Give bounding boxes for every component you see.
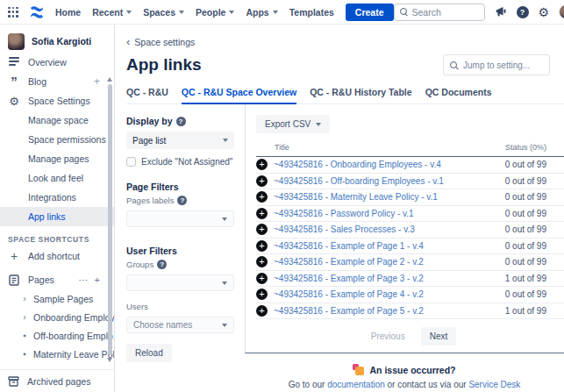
sidebar-item-manage-pages[interactable]: Manage pages bbox=[0, 149, 114, 168]
sidebar-item-pages[interactable]: Pages ⋯ + bbox=[0, 270, 114, 289]
settings-gear-icon[interactable]: ⚙ bbox=[539, 6, 550, 18]
jump-to-setting-input[interactable] bbox=[463, 61, 538, 70]
expand-row-icon[interactable]: + bbox=[256, 224, 268, 235]
space-owner-name: Sofia Kargioti bbox=[32, 36, 91, 46]
expand-row-icon[interactable]: + bbox=[256, 159, 268, 170]
help-icon[interactable]: ? bbox=[157, 260, 167, 269]
sidebar-item-overview[interactable]: Overview bbox=[0, 53, 114, 72]
page-filters-heading: Page Filters bbox=[126, 182, 234, 192]
export-csv-button[interactable]: Export CSV bbox=[256, 115, 330, 133]
add-blog-icon[interactable]: + bbox=[94, 75, 100, 88]
sidebar-item-space-permissions[interactable]: Space permissions bbox=[0, 130, 114, 149]
issue-title: An issue occurred? bbox=[369, 365, 455, 375]
expand-row-icon[interactable]: + bbox=[256, 191, 268, 203]
page-link[interactable]: ~493425816 - Example of Page 2 - v.2 bbox=[274, 257, 424, 267]
tab-qc-documents[interactable]: QC Documents bbox=[425, 87, 492, 103]
expand-row-icon[interactable]: + bbox=[256, 273, 268, 284]
page-link[interactable]: ~493425816 - Example of Page 1 - v.4 bbox=[274, 241, 424, 251]
jump-to-setting-search[interactable] bbox=[443, 54, 550, 75]
expand-row-icon[interactable]: + bbox=[256, 305, 268, 317]
chevron-left-icon: ‹ bbox=[126, 38, 130, 46]
groups-select[interactable] bbox=[126, 274, 234, 291]
sidebar-item-integrations[interactable]: Integrations bbox=[0, 188, 114, 207]
help-icon[interactable]: ? bbox=[177, 196, 187, 205]
megaphone-icon[interactable] bbox=[495, 6, 507, 18]
global-search[interactable] bbox=[394, 4, 485, 21]
expand-row-icon[interactable]: + bbox=[256, 256, 268, 267]
page-link[interactable]: ~493425816 - Onboarding Employees - v.4 bbox=[274, 160, 441, 169]
issue-footer: An issue occurred? Go to our documentati… bbox=[245, 353, 564, 389]
app-switcher-icon[interactable] bbox=[8, 7, 18, 18]
sidebar-scrollbar[interactable] bbox=[107, 77, 113, 362]
status-value: 0 out of 99 bbox=[505, 209, 564, 218]
page-link[interactable]: ~493425816 - Off-boarding Employees - v.… bbox=[274, 176, 444, 186]
exclude-not-assigned-checkbox[interactable] bbox=[126, 157, 136, 167]
table-row: + ~493425816 - Example of Page 3 - v.2 1… bbox=[256, 271, 564, 288]
table-row: + ~493425816 - Maternity Leave Policy - … bbox=[256, 189, 564, 206]
reload-button[interactable]: Reload bbox=[126, 344, 172, 362]
search-input[interactable] bbox=[412, 7, 474, 18]
page-tree-item-offboarding[interactable]: ▪ Off-boarding Emplo... bbox=[0, 326, 114, 345]
pages-more-icon[interactable]: ⋯ bbox=[79, 274, 89, 286]
page-tree-item-onboarding[interactable]: › Onboarding Employ... bbox=[0, 308, 114, 326]
create-button[interactable]: Create bbox=[346, 4, 394, 21]
status-table-panel: Export CSV Title Status (0%) + ~49342581… bbox=[245, 104, 564, 353]
documentation-link[interactable]: documentation bbox=[327, 380, 385, 389]
page-tree-item-maternity[interactable]: ▪ Maternity Leave Poli... bbox=[0, 345, 114, 363]
nav-spaces[interactable]: Spaces bbox=[143, 7, 184, 18]
chevron-down-icon bbox=[316, 123, 321, 126]
confluence-logo-icon[interactable] bbox=[30, 6, 44, 18]
pages-add-icon[interactable]: + bbox=[95, 274, 100, 286]
scrollbar-thumb[interactable] bbox=[108, 84, 112, 355]
page-link[interactable]: ~493425816 - Password Policy - v.1 bbox=[274, 209, 414, 218]
sidebar-item-app-links[interactable]: App links bbox=[0, 207, 114, 226]
user-avatar[interactable] bbox=[559, 4, 564, 19]
add-shortcut-button[interactable]: + Add shortcut bbox=[0, 246, 114, 266]
sidebar-item-blog[interactable]: ” Blog + bbox=[0, 72, 114, 91]
sidebar-item-manage-space[interactable]: Manage space bbox=[0, 110, 114, 130]
chevron-down-icon bbox=[223, 139, 228, 142]
users-select[interactable]: Choose names bbox=[126, 317, 234, 333]
nav-templates[interactable]: Templates bbox=[289, 7, 334, 18]
page-tree-item-sample-pages[interactable]: › Sample Pages bbox=[0, 289, 114, 308]
breadcrumb[interactable]: ‹ Space settings bbox=[126, 37, 564, 47]
space-owner[interactable]: Sofia Kargioti bbox=[0, 30, 114, 53]
users-label: Users bbox=[126, 302, 148, 311]
chevron-down-icon bbox=[229, 11, 234, 14]
help-icon[interactable]: ? bbox=[517, 6, 529, 18]
nav-home[interactable]: Home bbox=[55, 7, 81, 18]
scroll-down-icon[interactable] bbox=[107, 358, 112, 362]
expand-row-icon[interactable]: + bbox=[256, 289, 268, 300]
chevron-right-icon[interactable]: › bbox=[21, 312, 28, 322]
main-content: ‹ Space settings App links QC - R&U QC -… bbox=[115, 25, 564, 392]
page-link[interactable]: ~493425816 - Sales Processes - v.3 bbox=[274, 225, 415, 234]
page-link[interactable]: ~493425816 - Maternity Leave Policy - v.… bbox=[274, 192, 438, 202]
expand-row-icon[interactable]: + bbox=[256, 175, 268, 187]
help-icon[interactable]: ? bbox=[176, 117, 186, 126]
page-link[interactable]: ~493425816 - Example of Page 4 - v.2 bbox=[274, 289, 424, 299]
sidebar-item-archived-pages[interactable]: Archived pages bbox=[0, 369, 114, 392]
nav-recent[interactable]: Recent bbox=[92, 7, 132, 18]
table-row: + ~493425816 - Onboarding Employees - v.… bbox=[256, 157, 564, 174]
sidebar-item-look-and-feel[interactable]: Look and feel bbox=[0, 168, 114, 188]
next-button[interactable]: Next bbox=[421, 327, 457, 346]
chevron-right-icon[interactable]: › bbox=[21, 294, 28, 303]
nav-people[interactable]: People bbox=[196, 7, 234, 18]
page-link[interactable]: ~493425816 - Example of Page 5 - v.2 bbox=[274, 306, 424, 316]
tab-qc-ru-history-table[interactable]: QC - R&U History Table bbox=[310, 87, 411, 103]
display-by-select[interactable]: Page list bbox=[126, 132, 234, 149]
tab-qc-ru-space-overview[interactable]: QC - R&U Space Overview bbox=[182, 87, 296, 104]
pages-labels-select[interactable] bbox=[126, 210, 234, 227]
sidebar-item-space-settings[interactable]: ⚙ Space Settings bbox=[0, 91, 114, 110]
expand-row-icon[interactable]: + bbox=[256, 208, 268, 219]
previous-button[interactable]: Previous bbox=[364, 327, 412, 346]
service-desk-link[interactable]: Service Desk bbox=[468, 380, 520, 389]
bullet-icon: ▪ bbox=[21, 349, 28, 359]
expand-row-icon[interactable]: + bbox=[256, 240, 268, 252]
scroll-up-icon[interactable] bbox=[107, 77, 112, 82]
nav-apps[interactable]: Apps bbox=[246, 7, 277, 18]
status-value: 0 out of 99 bbox=[505, 176, 564, 186]
tab-qc-ru[interactable]: QC - R&U bbox=[126, 87, 168, 103]
page-link[interactable]: ~493425816 - Example of Page 3 - v.2 bbox=[274, 274, 424, 283]
chevron-down-icon bbox=[273, 11, 278, 14]
